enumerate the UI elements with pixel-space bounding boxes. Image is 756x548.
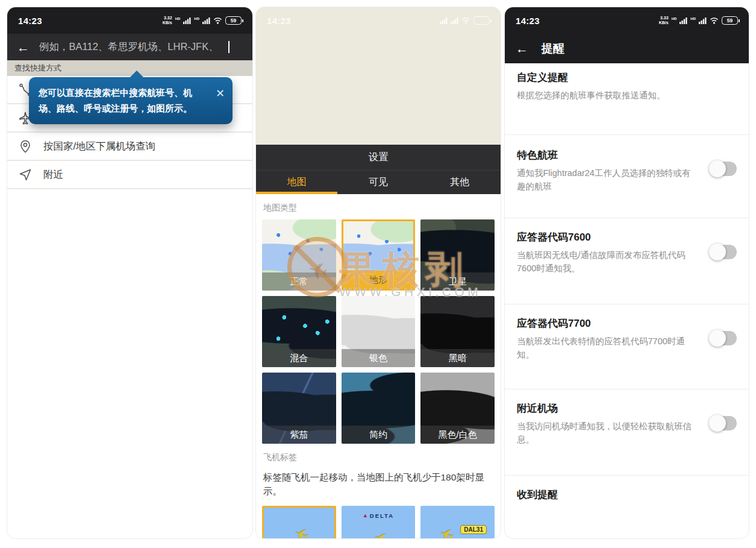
map-background: 14:23 — [256, 7, 501, 145]
status-bar: 14:23 3.33KB/s HD HD 59 — [505, 7, 749, 34]
featured-flights-toggle[interactable] — [710, 162, 737, 176]
plane-label-grid: ✈ ▲DELTA ✈ ✈ DAL31 — [262, 506, 495, 539]
page-title: 提醒 — [542, 41, 564, 57]
battery-icon — [473, 16, 490, 25]
plane-icon: ✈ — [371, 527, 391, 538]
sheet-title: 设置 — [256, 145, 501, 171]
wifi-icon — [710, 17, 719, 24]
signal-bars-icon — [183, 17, 191, 24]
clock: 14:23 — [516, 16, 540, 26]
signal-bars-icon — [451, 17, 458, 24]
section-title: 附近机场 — [517, 402, 737, 415]
map-type-grid: 正常 地形 卫星 混合 银色 黑暗 紫茄 简约 黑色/白色 — [262, 219, 495, 444]
search-input[interactable]: 例如，BA112、希思罗机场、LHR-JFK、 — [39, 40, 219, 54]
toggle-knob — [709, 160, 726, 177]
tooltip-text: 您可以直接在搜索栏中搜索航班号、机场、路线、呼号或注册号，如图所示。 — [39, 85, 223, 116]
search-bar: ← 例如，BA112、希思罗机场、LHR-JFK、 — [7, 34, 252, 60]
alerts-list: 自定义提醒 根据您选择的航班事件获取推送通知。 特色航班 通知我Flightra… — [505, 63, 749, 502]
back-arrow-icon[interactable]: ← — [516, 42, 528, 55]
tab-visibility[interactable]: 可见 — [337, 171, 419, 194]
network-speed: 3.32KB/s — [163, 16, 172, 25]
toggle-knob — [709, 415, 726, 432]
hd-icon: HD — [690, 17, 696, 20]
squawk-7600-toggle[interactable] — [710, 245, 737, 259]
tab-map[interactable]: 地图 — [256, 171, 337, 194]
clock: 14:23 — [18, 16, 42, 26]
section-title: 特色航班 — [517, 148, 737, 162]
map-type-label: 地图类型 — [262, 194, 495, 219]
map-type-black-white[interactable]: 黑色/白色 — [420, 373, 495, 444]
section-featured-flights: 特色航班 通知我Flightradar24工作人员选择的独特或有趣的航班 — [517, 135, 737, 218]
clock: 14:23 — [267, 16, 291, 26]
alerts-screen: 14:23 3.33KB/s HD HD 59 ← 提醒 自定义提醒 根据您选择… — [505, 7, 749, 538]
settings-screen: 14:23 设置 地图 可见 其他 地图类型 正常 地形 卫星 混合 银色 黑暗… — [256, 7, 501, 538]
map-type-silver[interactable]: 银色 — [342, 296, 416, 367]
alerts-header: ← 提醒 — [505, 34, 749, 63]
settings-tabs: 地图 可见 其他 — [256, 171, 501, 194]
map-type-hybrid[interactable]: 混合 — [262, 296, 336, 367]
map-type-simple[interactable]: 简约 — [342, 373, 416, 444]
back-arrow-icon[interactable]: ← — [17, 41, 30, 54]
section-received-alerts[interactable]: 收到提醒 — [517, 476, 737, 502]
section-desc: 当航班发出代表特情的应答机代码7700时通知。 — [517, 335, 699, 362]
battery-icon: 59 — [722, 16, 738, 25]
section-squawk-7700: 应答器代码7700 当航班发出代表特情的应答机代码7700时通知。 — [517, 304, 737, 389]
navigation-icon — [18, 168, 33, 182]
close-icon[interactable]: ✕ — [216, 84, 225, 103]
plane-icon: ✈ — [292, 523, 311, 538]
list-item-airports-by-country[interactable]: 按国家/地区下属机场查询 — [7, 133, 252, 161]
hd-icon: HD — [175, 17, 181, 20]
status-bar: 14:23 3.32KB/s HD HD 59 — [7, 7, 252, 34]
plane-labels-desc: 标签随飞机一起移动，当地图上的飞机少于180架时显示。 — [262, 469, 495, 499]
plane-labels-title: 飞机标签 — [262, 444, 495, 469]
plane-icon: ✈ — [437, 523, 457, 538]
tab-other[interactable]: 其他 — [419, 171, 501, 194]
map-type-terrain-selected[interactable]: 地形 — [342, 219, 416, 291]
section-desc: 当我访问机场时通知我，以便轻松获取航班信息。 — [517, 420, 699, 447]
toggle-knob — [709, 244, 726, 260]
plane-label-callsign[interactable]: ✈ DAL31 — [420, 506, 495, 539]
map-type-satellite[interactable]: 卫星 — [420, 219, 495, 291]
wifi-icon — [213, 17, 222, 24]
section-squawk-7600: 应答器代码7600 当航班因无线电/通信故障而发布应答机代码7600时通知我。 — [517, 218, 737, 304]
signal-bars-icon — [679, 17, 687, 24]
nearby-airports-toggle[interactable] — [710, 416, 737, 430]
section-nearby-airports: 附近机场 当我访问机场时通知我，以便轻松获取航班信息。 — [517, 389, 737, 475]
plane-label-none-selected[interactable]: ✈ — [262, 506, 336, 539]
hd-icon: HD — [194, 17, 199, 20]
section-title: 应答器代码7700 — [517, 317, 737, 330]
section-title: 收到提醒 — [517, 488, 737, 502]
settings-content: 地图类型 正常 地形 卫星 混合 银色 黑暗 紫茄 简约 黑色/白色 飞机标签 … — [256, 194, 501, 538]
toggle-knob — [709, 330, 726, 347]
section-desc: 根据您选择的航班事件获取推送通知。 — [517, 89, 699, 102]
battery-icon: 59 — [225, 16, 242, 25]
status-bar: 14:23 — [256, 7, 501, 34]
squawk-7700-toggle[interactable] — [710, 331, 737, 345]
signal-bars-icon — [202, 17, 210, 24]
location-pin-icon — [18, 139, 33, 154]
list-item-label: 按国家/地区下属机场查询 — [43, 140, 155, 153]
search-screen: 14:23 3.32KB/s HD HD 59 ← 例如，BA112、希思罗机场… — [7, 7, 252, 538]
list-item-nearby[interactable]: 附近 — [7, 161, 252, 189]
text-cursor — [228, 41, 230, 53]
wifi-icon — [461, 17, 470, 24]
delta-logo-icon: ▲ — [363, 512, 368, 518]
network-speed: 3.33KB/s — [659, 16, 669, 25]
section-title: 应答器代码7600 — [517, 230, 737, 244]
signal-bars-icon — [699, 17, 707, 24]
section-desc: 通知我Flightradar24工作人员选择的独特或有趣的航班 — [517, 166, 699, 194]
map-type-dark[interactable]: 黑暗 — [420, 296, 495, 367]
airline-label: ▲DELTA — [363, 512, 394, 519]
hd-icon: HD — [672, 17, 677, 20]
plane-label-airline[interactable]: ▲DELTA ✈ — [342, 506, 416, 539]
map-type-aubergine[interactable]: 紫茄 — [262, 373, 336, 444]
map-type-normal[interactable]: 正常 — [262, 219, 336, 291]
callsign-badge: DAL31 — [460, 525, 487, 534]
section-title: 自定义提醒 — [517, 71, 737, 84]
signal-bars-icon — [440, 17, 448, 24]
list-item-label: 附近 — [43, 168, 63, 181]
section-desc: 当航班因无线电/通信故障而发布应答机代码7600时通知我。 — [517, 248, 699, 276]
search-tip-tooltip: 您可以直接在搜索栏中搜索航班号、机场、路线、呼号或注册号，如图所示。 ✕ — [29, 77, 233, 124]
section-custom-alerts[interactable]: 自定义提醒 根据您选择的航班事件获取推送通知。 — [517, 63, 737, 134]
